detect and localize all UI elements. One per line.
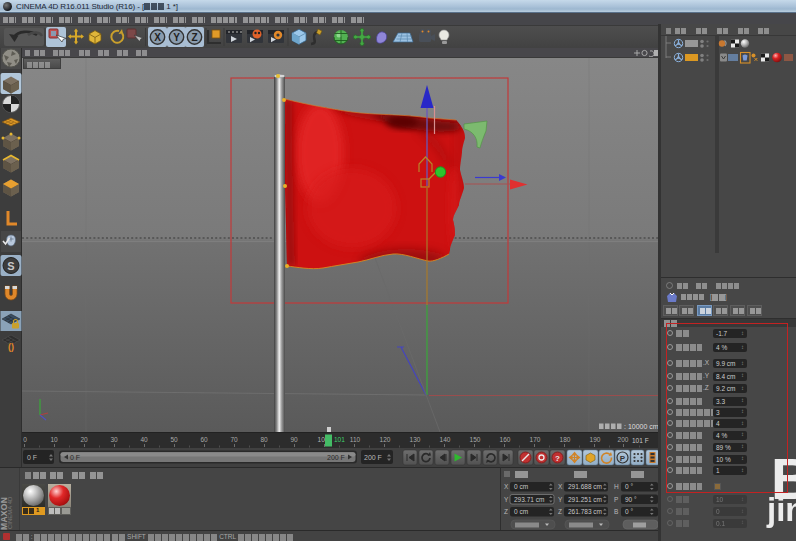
svg-text:Y: Y xyxy=(504,496,509,503)
svg-text:60: 60 xyxy=(200,436,208,443)
svg-text:: 10000 cm: : 10000 cm xyxy=(624,423,658,430)
svg-text:?: ? xyxy=(555,454,560,463)
svg-text:200 F: 200 F xyxy=(327,454,345,461)
svg-text:X: X xyxy=(504,483,509,490)
svg-text:0 F: 0 F xyxy=(27,454,37,461)
svg-text:30: 30 xyxy=(110,436,118,443)
svg-text:S: S xyxy=(7,260,14,272)
svg-text:200 F: 200 F xyxy=(364,454,382,461)
svg-text:Y: Y xyxy=(558,496,563,503)
svg-text:120: 120 xyxy=(380,436,391,443)
svg-text:190: 190 xyxy=(590,436,601,443)
svg-text:P: P xyxy=(620,454,626,463)
svg-text:70: 70 xyxy=(230,436,238,443)
svg-text:Z: Z xyxy=(558,508,562,515)
svg-text:0 °: 0 ° xyxy=(625,483,633,490)
svg-text:291.251 cm: 291.251 cm xyxy=(568,496,602,503)
svg-text:(): () xyxy=(8,342,14,352)
svg-text:200: 200 xyxy=(618,436,629,443)
svg-text:90: 90 xyxy=(290,436,298,443)
svg-text:Z: Z xyxy=(504,508,508,515)
svg-text:50: 50 xyxy=(170,436,178,443)
svg-text:80: 80 xyxy=(260,436,268,443)
svg-text:Y: Y xyxy=(173,32,180,43)
svg-text:110: 110 xyxy=(350,436,361,443)
svg-text:150: 150 xyxy=(470,436,481,443)
svg-text:101: 101 xyxy=(334,436,345,443)
svg-text:261.783 cm: 261.783 cm xyxy=(568,508,602,515)
svg-text:0 cm: 0 cm xyxy=(514,508,528,515)
svg-text:160: 160 xyxy=(500,436,511,443)
svg-text:90 °: 90 ° xyxy=(625,496,637,503)
svg-text:P: P xyxy=(614,496,618,503)
svg-text:H: H xyxy=(614,483,619,490)
svg-text:0: 0 xyxy=(23,436,27,443)
svg-text:10: 10 xyxy=(50,436,58,443)
svg-text:130: 130 xyxy=(410,436,421,443)
svg-text:291.688 cm: 291.688 cm xyxy=(568,483,602,490)
svg-text:0 F: 0 F xyxy=(70,454,80,461)
svg-text:Z: Z xyxy=(191,32,197,43)
svg-text:0 °: 0 ° xyxy=(625,508,633,515)
svg-text:0 cm: 0 cm xyxy=(514,483,528,490)
svg-text:20: 20 xyxy=(80,436,88,443)
svg-text:170: 170 xyxy=(530,436,541,443)
svg-text:X: X xyxy=(154,32,161,43)
svg-text:140: 140 xyxy=(440,436,451,443)
svg-text:40: 40 xyxy=(140,436,148,443)
svg-text:X: X xyxy=(558,483,563,490)
svg-text:293.71 cm: 293.71 cm xyxy=(514,496,544,503)
svg-text:180: 180 xyxy=(560,436,571,443)
svg-text:B: B xyxy=(614,508,618,515)
svg-text:101 F: 101 F xyxy=(632,437,649,444)
